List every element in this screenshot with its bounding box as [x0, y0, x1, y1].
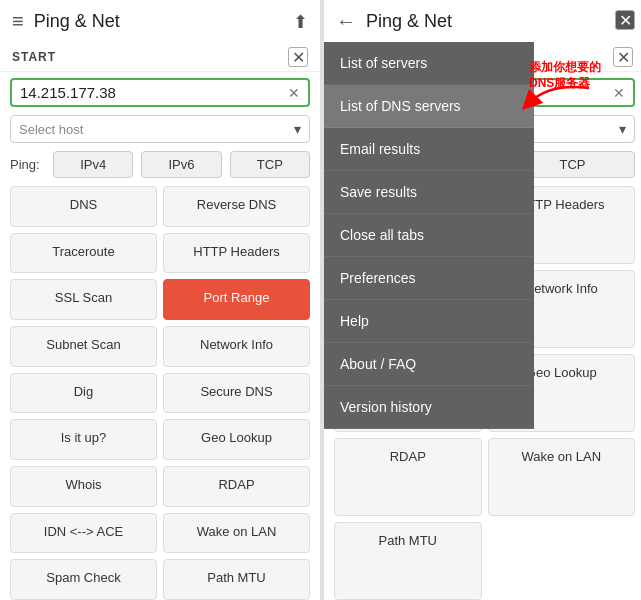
left-share-icon[interactable]: ⬆ [293, 11, 308, 33]
left-ip-input-row: ✕ [10, 78, 310, 107]
dropdown-item-3[interactable]: Save results [324, 171, 534, 214]
dropdown-menu: List of serversList of DNS serversEmail … [324, 42, 534, 429]
left-app-title: Ping & Net [34, 11, 283, 32]
dropdown-item-0[interactable]: List of servers [324, 42, 534, 85]
dropdown-item-2[interactable]: Email results [324, 128, 534, 171]
left-grid-btn-12[interactable]: Whois [10, 466, 157, 507]
left-grid-btn-15[interactable]: Wake on LAN [163, 513, 310, 554]
left-grid-btn-5[interactable]: Port Range [163, 279, 310, 320]
left-grid-btn-2[interactable]: Traceroute [10, 233, 157, 274]
left-grid-btn-13[interactable]: RDAP [163, 466, 310, 507]
left-grid-btn-8[interactable]: Dig [10, 373, 157, 414]
dropdown-item-1[interactable]: List of DNS servers [324, 85, 534, 128]
dropdown-item-7[interactable]: About / FAQ [324, 343, 534, 386]
left-grid-btn-6[interactable]: Subnet Scan [10, 326, 157, 367]
left-chevron-down-icon: ▾ [294, 121, 301, 137]
left-select-host-label: Select host [19, 122, 294, 137]
left-grid-btn-4[interactable]: SSL Scan [10, 279, 157, 320]
right-app-title: Ping & Net [366, 11, 608, 32]
right-grid-btn-6[interactable]: RDAP [334, 438, 482, 516]
right-overlay-close[interactable]: ✕ [615, 10, 635, 30]
left-grid-btn-11[interactable]: Geo Lookup [163, 419, 310, 460]
right-start-close[interactable]: ✕ [613, 47, 633, 67]
left-start-bar: START ✕ [0, 43, 320, 72]
right-grid-btn-8[interactable]: Path MTU [334, 522, 482, 600]
left-ping-tcp-btn[interactable]: TCP [230, 151, 310, 178]
left-ping-ipv4-btn[interactable]: IPv4 [53, 151, 133, 178]
left-grid-btn-0[interactable]: DNS [10, 186, 157, 227]
left-grid-btn-16[interactable]: Spam Check [10, 559, 157, 600]
right-panel: ← Ping & Net ⬆ List of serversList of DN… [324, 0, 641, 600]
left-ping-row: Ping: IPv4 IPv6 TCP [10, 151, 310, 178]
right-top-bar: ← Ping & Net ⬆ [324, 0, 641, 43]
back-arrow-icon[interactable]: ← [336, 10, 356, 33]
left-panel: ≡ Ping & Net ⬆ START ✕ ✕ Select host ▾ P… [0, 0, 320, 600]
right-ip-clear-btn[interactable]: ✕ [613, 85, 625, 101]
left-top-bar: ≡ Ping & Net ⬆ [0, 0, 320, 43]
dropdown-item-5[interactable]: Preferences [324, 257, 534, 300]
left-ip-clear-btn[interactable]: ✕ [288, 85, 300, 101]
dropdown-item-8[interactable]: Version history [324, 386, 534, 429]
left-ip-input[interactable] [20, 84, 288, 101]
left-ping-ipv6-btn[interactable]: IPv6 [141, 151, 221, 178]
right-grid-btn-7[interactable]: Wake on LAN [488, 438, 636, 516]
left-grid-btn-1[interactable]: Reverse DNS [163, 186, 310, 227]
dropdown-item-4[interactable]: Close all tabs [324, 214, 534, 257]
left-grid-btn-14[interactable]: IDN <--> ACE [10, 513, 157, 554]
left-grid-btn-9[interactable]: Secure DNS [163, 373, 310, 414]
dropdown-item-6[interactable]: Help [324, 300, 534, 343]
left-start-close[interactable]: ✕ [288, 47, 308, 67]
left-grid: DNSReverse DNSTracerouteHTTP HeadersSSL … [0, 186, 320, 600]
left-grid-btn-3[interactable]: HTTP Headers [163, 233, 310, 274]
right-chevron-down-icon: ▾ [619, 121, 626, 137]
left-grid-btn-17[interactable]: Path MTU [163, 559, 310, 600]
left-ping-label: Ping: [10, 157, 45, 172]
left-grid-btn-10[interactable]: Is it up? [10, 419, 157, 460]
left-start-label: START [12, 50, 288, 64]
left-grid-btn-7[interactable]: Network Info [163, 326, 310, 367]
hamburger-icon[interactable]: ≡ [12, 10, 24, 33]
left-select-host[interactable]: Select host ▾ [10, 115, 310, 143]
